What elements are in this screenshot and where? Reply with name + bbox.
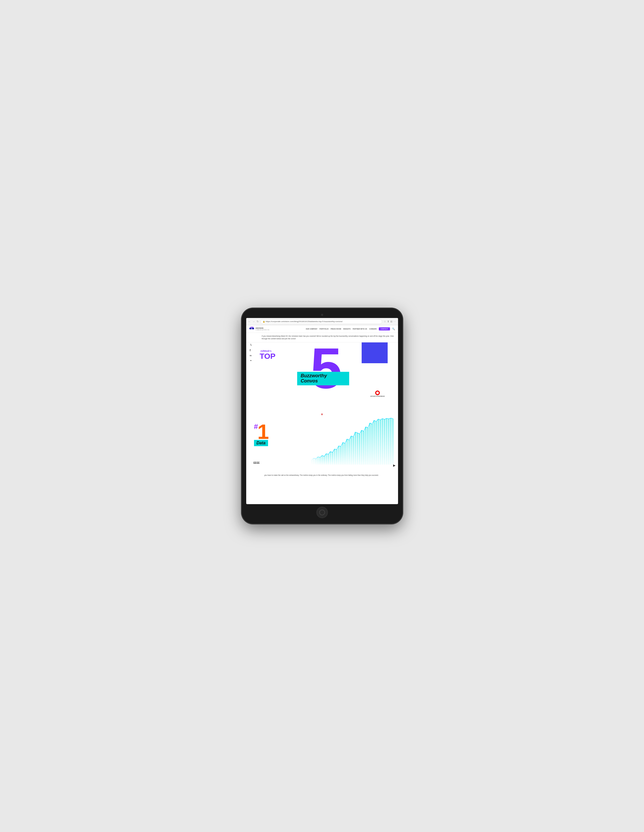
chart-area — [310, 418, 398, 465]
svg-rect-41 — [390, 418, 392, 465]
facebook-icon[interactable]: f — [250, 349, 252, 352]
ipad-home-button[interactable] — [316, 507, 328, 518]
svg-rect-35 — [377, 419, 379, 465]
chart-svg — [310, 418, 398, 465]
number-one-area: # 1 Data — [254, 423, 269, 446]
site-navigation: UNIVISION COMMUNICATIONS INC. OUR COMPAN… — [246, 325, 398, 333]
svg-rect-26 — [359, 434, 360, 465]
quote-marks: ““ — [254, 461, 260, 470]
svg-rect-43 — [310, 418, 341, 465]
intro-text: If you missed Advertising Week NY, the U… — [262, 335, 394, 339]
data-label: Data — [254, 440, 268, 446]
big-five-graphic: AdWeek's TOP 5 Buzzworthy Convos — [246, 342, 398, 405]
nav-partner[interactable]: PARTNER WITH US — [353, 328, 367, 330]
nav-press-room[interactable]: PRESS ROOM — [331, 328, 341, 330]
svg-rect-2 — [250, 327, 253, 327]
svg-rect-28 — [363, 431, 364, 465]
svg-rect-37 — [382, 419, 383, 465]
more-icon[interactable]: ⋯ — [393, 320, 396, 323]
hero-section: AdWeek's TOP 5 Buzzworthy Convos — [246, 342, 398, 418]
logo-area: UNIVISION COMMUNICATIONS INC. — [249, 327, 270, 331]
website-content: UNIVISION COMMUNICATIONS INC. OUR COMPAN… — [246, 325, 398, 504]
linkedin-icon[interactable]: in — [250, 354, 252, 357]
intro-section: If you missed Advertising Week NY, the U… — [246, 333, 398, 342]
data-section: # 1 Data ““ you have to make the call on… — [246, 418, 398, 478]
ipad-screen: ← → ↻ 🔒 https://corporate.univision.com/… — [246, 318, 398, 504]
svg-rect-0 — [249, 328, 251, 329]
logo-text-area: UNIVISION COMMUNICATIONS INC. — [256, 327, 270, 330]
search-icon[interactable]: 🔍 — [392, 328, 395, 330]
svg-rect-29 — [365, 427, 367, 465]
adweek-logo-circle — [375, 390, 380, 395]
svg-rect-25 — [357, 433, 358, 465]
svg-rect-33 — [373, 421, 375, 465]
svg-rect-38 — [384, 419, 385, 465]
buzzworthy-line1: Buzzworthy — [301, 373, 345, 379]
back-button[interactable]: ← — [248, 320, 251, 323]
svg-rect-34 — [376, 421, 377, 465]
forward-button[interactable]: → — [252, 320, 255, 323]
svg-rect-19 — [344, 443, 346, 465]
svg-rect-23 — [353, 437, 354, 465]
adweek-circle-inner — [376, 392, 379, 394]
quote-content: you have to make the call on the extraor… — [264, 474, 379, 476]
svg-rect-22 — [350, 436, 352, 465]
big-five-number: 5 — [310, 342, 340, 397]
refresh-button[interactable]: ↻ — [257, 320, 259, 323]
blue-rect-decoration — [362, 342, 388, 363]
svg-rect-30 — [367, 428, 369, 465]
nav-contact-button[interactable]: CONTACT — [379, 327, 390, 330]
nav-links-area: OUR COMPANY PORTFOLIO PRESS ROOM INSIGHT… — [270, 327, 395, 330]
lock-icon: 🔒 — [263, 320, 265, 323]
svg-rect-27 — [361, 430, 363, 465]
ipad-camera — [321, 314, 323, 316]
svg-rect-40 — [388, 419, 390, 465]
scroll-down-arrow[interactable]: ▼ — [321, 413, 324, 416]
social-sidebar: 𝕏 f in ⚭ — [250, 344, 252, 362]
bookmark-icon[interactable]: ☆ — [384, 320, 386, 323]
svg-rect-32 — [371, 424, 373, 465]
svg-rect-18 — [342, 443, 344, 465]
logo-subtitle: COMMUNICATIONS INC. — [256, 329, 270, 330]
svg-rect-20 — [346, 439, 348, 465]
next-arrow[interactable]: ▶ — [393, 464, 395, 467]
url-bar[interactable]: 🔒 https://corporate.univision.com/blog/2… — [260, 319, 382, 324]
hash-one-graphic: # 1 — [254, 423, 269, 441]
logo-name: UNIVISION — [256, 327, 270, 329]
univision-logo-icon — [249, 327, 254, 331]
nav-careers[interactable]: CAREERS — [369, 328, 377, 330]
top-label: TOP — [260, 352, 276, 360]
svg-rect-42 — [392, 419, 394, 465]
twitter-icon[interactable]: 𝕏 — [250, 344, 252, 346]
adweek-logo-area: ADVERTISINGWEEK — [370, 390, 385, 397]
one-number: 1 — [257, 423, 269, 441]
svg-rect-21 — [348, 440, 350, 465]
browser-actions: ☆ ⬆ ⊞ ⋯ — [384, 320, 396, 323]
nav-our-company[interactable]: OUR COMPANY — [306, 328, 318, 330]
nav-portfolio[interactable]: PORTFOLIO — [320, 328, 329, 330]
browser-bar: ← → ↻ 🔒 https://corporate.univision.com/… — [246, 318, 398, 325]
share-icon[interactable]: ⬆ — [387, 320, 389, 323]
svg-rect-36 — [380, 420, 381, 465]
svg-rect-24 — [355, 432, 356, 465]
url-text: https://corporate.univision.com/blog/201… — [266, 320, 343, 323]
svg-rect-39 — [386, 418, 387, 465]
tabs-icon[interactable]: ⊞ — [390, 320, 392, 323]
adweek-brand-text: ADVERTISINGWEEK — [370, 396, 385, 397]
buzzworthy-line2: Convos — [301, 379, 345, 384]
link-icon[interactable]: ⚭ — [250, 359, 252, 362]
ipad-device: ← → ↻ 🔒 https://corporate.univision.com/… — [241, 308, 403, 524]
svg-rect-1 — [252, 328, 254, 329]
nav-insights[interactable]: INSIGHTS — [343, 328, 350, 330]
svg-rect-31 — [369, 423, 371, 465]
buzzworthy-banner: Buzzworthy Convos — [297, 372, 349, 385]
quote-text: you have to make the call on the extraor… — [264, 474, 395, 477]
